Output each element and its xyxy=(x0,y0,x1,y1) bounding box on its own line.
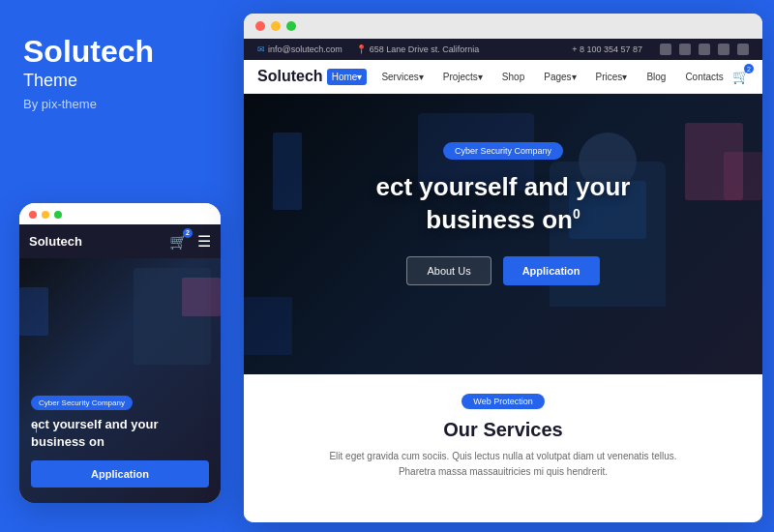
mobile-dot-green xyxy=(54,211,62,219)
facebook-icon xyxy=(660,44,671,55)
twitter-icon xyxy=(679,44,691,55)
hero-badge: Cyber Security Company xyxy=(443,142,563,160)
services-description: Elit eget gravida cum sociis. Quis lectu… xyxy=(329,449,676,480)
services-badge: Web Protection xyxy=(461,394,544,409)
nav-link-home[interactable]: Home▾ xyxy=(327,69,368,85)
mobile-hero-text: ect yourself and your business on xyxy=(19,416,221,451)
desktop-cart-badge: 2 xyxy=(744,64,754,74)
mobile-pink-accent xyxy=(182,278,221,316)
mobile-cart-icon[interactable]: 🛒 2 xyxy=(169,233,188,251)
hero-title-line1: ect yourself and your xyxy=(376,172,631,201)
nav-link-services[interactable]: Services▾ xyxy=(376,69,428,85)
brand-by: By pix-theme xyxy=(23,97,97,111)
youtube-icon xyxy=(699,44,710,55)
desktop-dot-yellow xyxy=(271,21,281,31)
topbar-left: ✉ info@solutech.com 📍 658 Lane Drive st.… xyxy=(257,44,479,54)
brand-title: Solutech xyxy=(23,35,154,69)
about-us-button[interactable]: About Us xyxy=(406,256,491,285)
services-desc-line1: Elit eget gravida cum sociis. Quis lectu… xyxy=(329,449,676,464)
nav-link-pages[interactable]: Pages▾ xyxy=(539,69,580,85)
desktop-dot-green xyxy=(286,21,296,31)
nav-link-contacts[interactable]: Contacts xyxy=(680,69,728,85)
desktop-logo: Solutech xyxy=(257,68,323,85)
desktop-navbar: Solutech Home▾ Services▾ Projects▾ Shop … xyxy=(244,60,762,94)
left-panel: Solutech Theme By pix-theme Solutech 🛒 2… xyxy=(0,0,240,532)
hero-content: Cyber Security Company ect yourself and … xyxy=(244,94,762,305)
topbar-phone: + 8 100 354 57 87 xyxy=(572,44,642,54)
mobile-mockup: Solutech 🛒 2 ☰ ↑ Cyber Security Company … xyxy=(19,203,221,503)
desktop-dot-red xyxy=(255,21,265,31)
google-icon xyxy=(718,44,729,55)
topbar-address: 📍 658 Lane Drive st. California xyxy=(356,44,480,54)
mobile-hero: ↑ Cyber Security Company ect yourself an… xyxy=(19,258,221,503)
desktop-nav-links: Home▾ Services▾ Projects▾ Shop Pages▾ Pr… xyxy=(327,69,729,85)
blue-accent-2 xyxy=(244,297,292,355)
services-title: Our Services xyxy=(443,419,562,441)
desktop-hero: Cyber Security Company ect yourself and … xyxy=(244,94,762,374)
nav-link-shop[interactable]: Shop xyxy=(497,69,529,85)
desktop-cart-icon[interactable]: 🛒 2 xyxy=(732,69,749,84)
desktop-titlebar xyxy=(244,14,762,39)
desktop-topbar: ✉ info@solutech.com 📍 658 Lane Drive st.… xyxy=(244,39,762,60)
topbar-right: + 8 100 354 57 87 xyxy=(562,44,749,55)
mobile-cart-badge: 2 xyxy=(183,228,193,238)
mobile-navbar: Solutech 🛒 2 ☰ xyxy=(19,224,221,258)
services-desc-line2: Pharetra massa massauitricies mi quis he… xyxy=(329,464,676,480)
mobile-hamburger-icon[interactable]: ☰ xyxy=(197,232,211,251)
desktop-nav-icons: 🛒 2 xyxy=(732,69,749,84)
mobile-logo: Solutech xyxy=(29,234,82,249)
hero-title: ect yourself and your business on0 xyxy=(376,171,631,237)
hero-title-line2: business on0 xyxy=(426,205,580,234)
topbar-email: ✉ info@solutech.com xyxy=(257,44,342,54)
hero-buttons: About Us Application xyxy=(406,256,599,285)
mobile-titlebar xyxy=(19,203,221,224)
nav-link-prices[interactable]: Prices▾ xyxy=(591,69,633,85)
mobile-hero-badge: Cyber Security Company xyxy=(31,396,133,410)
nav-link-projects[interactable]: Projects▾ xyxy=(438,69,488,85)
services-section: Web Protection Our Services Elit eget gr… xyxy=(244,374,762,522)
hero-sup-zero: 0 xyxy=(573,206,580,222)
desktop-mockup: ✉ info@solutech.com 📍 658 Lane Drive st.… xyxy=(244,14,762,522)
mobile-dot-red xyxy=(29,211,37,219)
linkedin-icon xyxy=(737,44,749,55)
brand-subtitle: Theme xyxy=(23,71,77,91)
mobile-nav-icons: 🛒 2 ☰ xyxy=(169,232,211,251)
mobile-application-button[interactable]: Application xyxy=(31,460,209,488)
nav-link-blog[interactable]: Blog xyxy=(641,69,670,85)
mobile-dot-yellow xyxy=(42,211,49,219)
application-button[interactable]: Application xyxy=(503,256,600,285)
mobile-blue-accent xyxy=(19,287,48,336)
